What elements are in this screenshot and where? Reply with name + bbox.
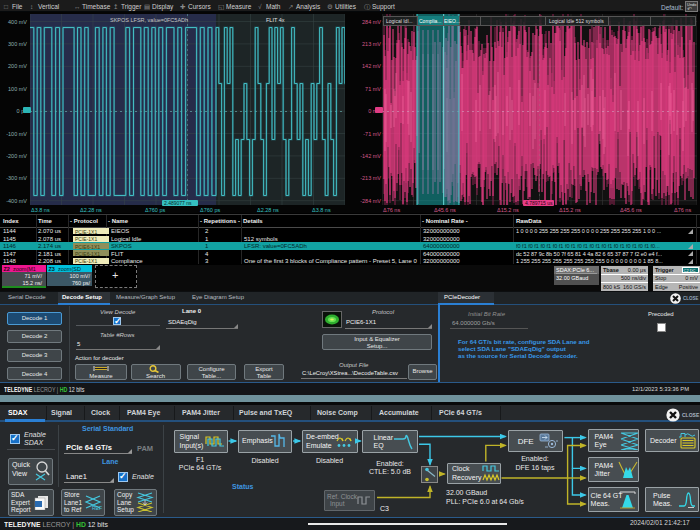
svg-text:REF: REF — [92, 505, 102, 511]
